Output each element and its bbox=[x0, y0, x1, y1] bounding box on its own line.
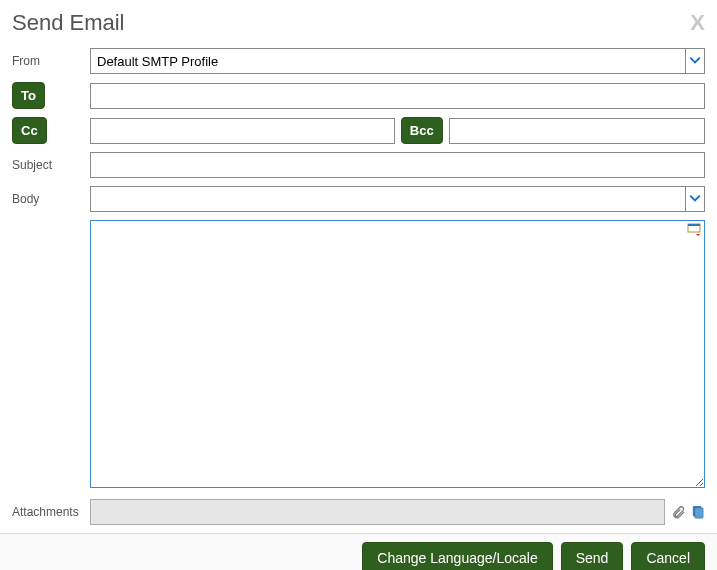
body-editor-wrap bbox=[90, 220, 705, 491]
body-template-input[interactable] bbox=[90, 186, 685, 212]
copy-icon[interactable] bbox=[690, 505, 705, 520]
svg-rect-1 bbox=[688, 224, 700, 226]
to-row: To bbox=[12, 82, 705, 109]
title-row: Send Email X bbox=[12, 10, 705, 36]
send-email-dialog: Send Email X From To Cc bbox=[0, 0, 717, 525]
from-input[interactable] bbox=[90, 48, 685, 74]
attachments-label: Attachments bbox=[12, 505, 90, 519]
cc-input[interactable] bbox=[90, 118, 395, 144]
body-template-dropdown-button[interactable] bbox=[685, 186, 705, 212]
attachments-input[interactable] bbox=[90, 499, 665, 525]
body-textarea[interactable] bbox=[90, 220, 705, 488]
cc-button[interactable]: Cc bbox=[12, 117, 47, 144]
close-icon[interactable]: X bbox=[690, 12, 705, 34]
body-label: Body bbox=[12, 192, 90, 206]
from-select[interactable] bbox=[90, 48, 705, 74]
subject-row: Subject bbox=[12, 152, 705, 178]
to-input[interactable] bbox=[90, 83, 705, 109]
bcc-button[interactable]: Bcc bbox=[401, 117, 443, 144]
dialog-title: Send Email bbox=[12, 10, 690, 36]
change-language-button[interactable]: Change Language/Locale bbox=[362, 542, 552, 570]
from-row: From bbox=[12, 48, 705, 74]
svg-rect-3 bbox=[695, 507, 703, 517]
dialog-footer: Change Language/Locale Send Cancel bbox=[0, 533, 717, 570]
subject-label: Subject bbox=[12, 158, 90, 172]
cancel-button[interactable]: Cancel bbox=[631, 542, 705, 570]
subject-input[interactable] bbox=[90, 152, 705, 178]
from-label: From bbox=[12, 54, 90, 68]
send-button[interactable]: Send bbox=[561, 542, 624, 570]
body-row: Body bbox=[12, 186, 705, 212]
chevron-down-icon bbox=[689, 192, 701, 207]
bcc-input[interactable] bbox=[449, 118, 705, 144]
chevron-down-icon bbox=[689, 54, 701, 69]
attachments-row: Attachments bbox=[12, 499, 705, 525]
paperclip-icon[interactable] bbox=[671, 505, 686, 520]
to-button[interactable]: To bbox=[12, 82, 45, 109]
from-dropdown-button[interactable] bbox=[685, 48, 705, 74]
body-template-select[interactable] bbox=[90, 186, 705, 212]
cc-row: Cc Bcc bbox=[12, 117, 705, 144]
rich-text-toggle-icon[interactable] bbox=[687, 223, 701, 237]
